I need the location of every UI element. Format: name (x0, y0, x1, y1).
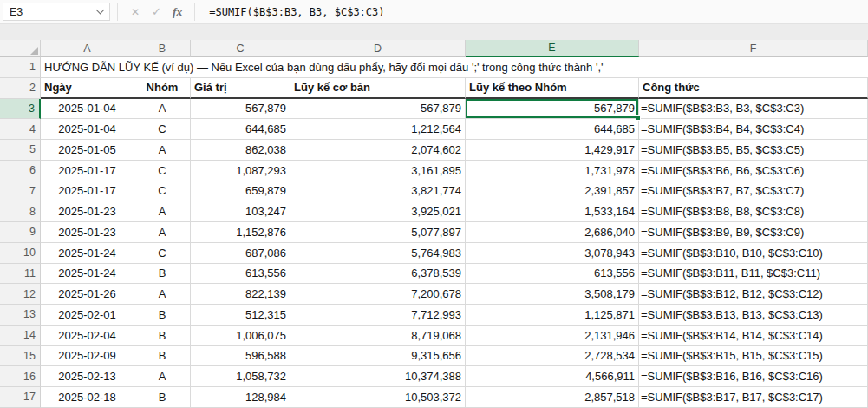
cell-D14[interactable]: 8,719,068 (290, 326, 466, 346)
name-box[interactable]: E3 (3, 3, 110, 21)
cell-E3[interactable]: 567,879 (466, 99, 639, 120)
cell-A10[interactable]: 2025-01-24 (41, 243, 134, 264)
row-header-6[interactable]: 6 (0, 161, 41, 181)
cell-B11[interactable]: B (134, 264, 191, 285)
cell-D3[interactable]: 567,879 (290, 99, 466, 120)
cell-A9[interactable]: 2025-01-23 (41, 222, 134, 243)
cell-D5[interactable]: 2,074,602 (290, 140, 466, 161)
cell-A5[interactable]: 2025-01-05 (41, 140, 134, 161)
column-header-F[interactable]: F (639, 40, 868, 57)
column-header-B[interactable]: B (134, 40, 191, 57)
cell-C16[interactable]: 1,058,732 (191, 366, 290, 387)
cell-F12[interactable]: =SUMIF($B$3:B12, B12, $C$3:C12) (639, 284, 868, 305)
cell-C5[interactable]: 862,038 (191, 140, 290, 161)
cell-F16[interactable]: =SUMIF($B$3:B16, B16, $C$3:C16) (639, 366, 868, 387)
cell-A14[interactable]: 2025-02-04 (41, 326, 134, 346)
cell-F15[interactable]: =SUMIF($B$3:B15, B15, $C$3:C15) (639, 346, 868, 367)
cell-E6[interactable]: 1,731,978 (466, 161, 639, 181)
cell-A6[interactable]: 2025-01-17 (41, 161, 134, 181)
cell-D10[interactable]: 5,764,983 (290, 243, 466, 264)
cell-F6[interactable]: =SUMIF($B$3:B6, B6, $C$3:C6) (639, 161, 868, 181)
row-header-7[interactable]: 7 (0, 181, 41, 202)
cell-F17[interactable]: =SUMIF($B$3:B17, B17, $C$3:C17) (639, 387, 868, 408)
cell-F11[interactable]: =SUMIF($B$3:B11, B11, $C$3:C11) (639, 264, 868, 285)
cell-F8[interactable]: =SUMIF($B$3:B8, B8, $C$3:C8) (639, 201, 868, 222)
chevron-down-icon[interactable] (96, 6, 105, 15)
cell-E16[interactable]: 4,566,911 (466, 366, 639, 387)
cell-D7[interactable]: 3,821,774 (290, 181, 466, 202)
row-header-2[interactable]: 2 (0, 78, 41, 99)
cell-E13[interactable]: 1,125,871 (466, 305, 639, 326)
cell-F14[interactable]: =SUMIF($B$3:B14, B14, $C$3:C14) (639, 326, 868, 346)
row-header-5[interactable]: 5 (0, 140, 41, 161)
cell-D16[interactable]: 10,374,388 (290, 366, 466, 387)
row-header-17[interactable]: 17 (0, 387, 41, 408)
cell-F10[interactable]: =SUMIF($B$3:B10, B10, $C$3:C10) (639, 243, 868, 264)
cell-E11[interactable]: 613,556 (466, 264, 639, 285)
formula-input[interactable]: =SUMIF($B$3:B3, B3, $C$3:C3) (202, 6, 868, 18)
cell-A16[interactable]: 2025-02-13 (41, 366, 134, 387)
row-header-4[interactable]: 4 (0, 119, 41, 140)
row-header-9[interactable]: 9 (0, 222, 41, 243)
cell-D9[interactable]: 5,077,897 (290, 222, 466, 243)
cell-D4[interactable]: 1,212,564 (290, 119, 466, 140)
cell-C17[interactable]: 128,984 (191, 387, 290, 408)
cell-C11[interactable]: 613,556 (191, 264, 290, 285)
cell-D15[interactable]: 9,315,656 (290, 346, 466, 367)
column-header-A[interactable]: A (41, 40, 134, 57)
row-header-14[interactable]: 14 (0, 326, 41, 346)
cell-A15[interactable]: 2025-02-09 (41, 346, 134, 367)
cell-E2[interactable]: Lũy kế theo Nhóm (466, 78, 639, 99)
cell-B13[interactable]: B (134, 305, 191, 326)
cell-F2[interactable]: Công thức (639, 78, 868, 99)
cell-B2[interactable]: Nhóm (134, 78, 191, 99)
cell-F13[interactable]: =SUMIF($B$3:B13, B13, $C$3:C13) (639, 305, 868, 326)
cell-E5[interactable]: 1,429,917 (466, 140, 639, 161)
cell-C12[interactable]: 822,139 (191, 284, 290, 305)
cell-D11[interactable]: 6,378,539 (290, 264, 466, 285)
cell-A7[interactable]: 2025-01-17 (41, 181, 134, 202)
cell-B5[interactable]: A (134, 140, 191, 161)
cell-D12[interactable]: 7,200,678 (290, 284, 466, 305)
cancel-icon[interactable]: ✕ (125, 6, 146, 18)
cell-B9[interactable]: A (134, 222, 191, 243)
cell-F7[interactable]: =SUMIF($B$3:B7, B7, $C$3:C7) (639, 181, 868, 202)
cell-A2[interactable]: Ngày (41, 78, 134, 99)
row-header-1[interactable]: 1 (0, 57, 41, 78)
row-header-10[interactable]: 10 (0, 243, 41, 264)
cell-E7[interactable]: 2,391,857 (466, 181, 639, 202)
cell-C14[interactable]: 1,006,075 (191, 326, 290, 346)
cell-C9[interactable]: 1,152,876 (191, 222, 290, 243)
row-header-8[interactable]: 8 (0, 201, 41, 222)
cell-D13[interactable]: 7,712,993 (290, 305, 466, 326)
cell-B10[interactable]: C (134, 243, 191, 264)
cell-D2[interactable]: Lũy kế cơ bản (290, 78, 466, 99)
cell-B12[interactable]: A (134, 284, 191, 305)
cell-C10[interactable]: 687,086 (191, 243, 290, 264)
cell-D17[interactable]: 10,503,372 (290, 387, 466, 408)
cell-C8[interactable]: 103,247 (191, 201, 290, 222)
cell-F4[interactable]: =SUMIF($B$3:B4, B4, $C$3:C4) (639, 119, 868, 140)
cell-A17[interactable]: 2025-02-18 (41, 387, 134, 408)
cell-E9[interactable]: 2,686,040 (466, 222, 639, 243)
cell-A8[interactable]: 2025-01-23 (41, 201, 134, 222)
enter-icon[interactable]: ✓ (146, 5, 167, 18)
cell-A3[interactable]: 2025-01-04 (41, 99, 134, 120)
cell-D8[interactable]: 3,925,021 (290, 201, 466, 222)
cell-B16[interactable]: A (134, 366, 191, 387)
column-header-E[interactable]: E (466, 40, 639, 57)
cell-C15[interactable]: 596,588 (191, 346, 290, 367)
cell-E15[interactable]: 2,728,534 (466, 346, 639, 367)
cell-B3[interactable]: A (134, 99, 191, 120)
cell-E12[interactable]: 3,508,179 (466, 284, 639, 305)
cell-E10[interactable]: 3,078,943 (466, 243, 639, 264)
fill-handle[interactable] (636, 115, 641, 121)
cell-B4[interactable]: C (134, 119, 191, 140)
row-header-16[interactable]: 16 (0, 366, 41, 387)
cell-C13[interactable]: 512,315 (191, 305, 290, 326)
cell-B17[interactable]: B (134, 387, 191, 408)
row-header-15[interactable]: 15 (0, 346, 41, 367)
cell-A13[interactable]: 2025-02-01 (41, 305, 134, 326)
cell-C2[interactable]: Giá trị (191, 78, 290, 99)
column-header-C[interactable]: C (191, 40, 290, 57)
